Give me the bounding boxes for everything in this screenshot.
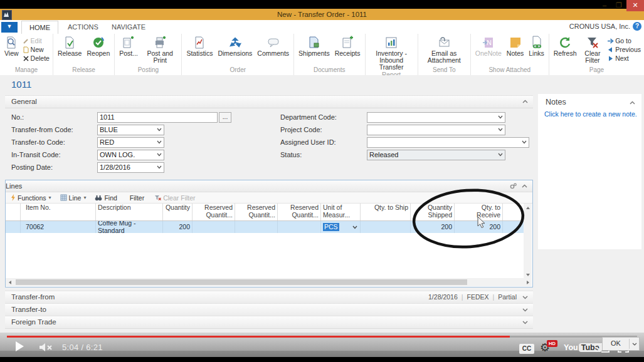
cell-qty-to-receive[interactable]: 200 xyxy=(455,221,503,233)
column-header[interactable]: Qty. to Receive xyxy=(455,204,503,220)
onenote-button[interactable]: N OneNote xyxy=(473,35,504,58)
transfer-to-code-field[interactable]: RED xyxy=(97,137,164,148)
new-button[interactable]: New xyxy=(23,45,50,54)
collapse-chevron-icon[interactable] xyxy=(522,100,528,103)
table-row[interactable]: 70062 Coffee Mug - Standard 200 PCS 200 … xyxy=(6,221,524,233)
view-button[interactable]: View xyxy=(2,35,21,58)
fasttab-lines-header[interactable]: Lines xyxy=(6,180,532,192)
line-menu[interactable]: Line▾ xyxy=(60,194,87,202)
scroll-right-arrow[interactable] xyxy=(524,278,532,286)
statistics-button[interactable]: Statistics xyxy=(184,35,215,58)
no-field[interactable]: 1011 xyxy=(97,112,218,123)
collapse-chevron-icon[interactable] xyxy=(630,101,635,105)
notes-button[interactable]: Notes xyxy=(504,35,526,58)
dropdown-arrow-icon[interactable] xyxy=(522,140,527,144)
fasttab-transfer-to[interactable]: Transfer-to xyxy=(5,303,533,316)
expand-chevron-icon[interactable] xyxy=(522,321,528,324)
dropdown-arrow-icon[interactable] xyxy=(157,140,162,144)
create-note-link[interactable]: Click here to create a new note. xyxy=(544,110,637,118)
assist-edit-button[interactable]: ... xyxy=(219,112,231,123)
window-titlebar[interactable]: New - Transfer Order - 1011 xyxy=(0,9,644,20)
dropdown-arrow-icon[interactable] xyxy=(157,165,162,169)
column-header[interactable]: Reserved Quantit... xyxy=(278,204,321,220)
ok-dropdown-arrow-icon[interactable] xyxy=(632,343,637,346)
filter-button[interactable]: Filter xyxy=(130,194,144,202)
department-code-field[interactable] xyxy=(367,112,505,123)
app-menu-button[interactable]: ▼ xyxy=(1,22,18,33)
links-button[interactable]: Links xyxy=(526,35,547,58)
next-button[interactable]: Next xyxy=(607,54,641,63)
cell-quantity[interactable]: 200 xyxy=(163,221,193,233)
refresh-button[interactable]: Refresh xyxy=(551,35,579,58)
fasttab-foreign-trade[interactable]: Foreign Trade xyxy=(5,316,533,329)
cell-unit-of-measure[interactable]: PCS xyxy=(321,221,361,233)
cell-qty-to-ship[interactable] xyxy=(361,221,411,233)
play-button[interactable] xyxy=(16,341,24,351)
help-icon[interactable]: ? xyxy=(633,22,641,31)
clear-filter-toolbar-button[interactable]: Clear Filter xyxy=(154,194,195,202)
expand-chevron-icon[interactable] xyxy=(522,296,528,299)
release-button[interactable]: Release xyxy=(55,35,85,58)
dropdown-arrow-icon[interactable] xyxy=(157,153,162,157)
dropdown-arrow-icon[interactable] xyxy=(498,153,503,157)
scrollbar-thumb[interactable] xyxy=(16,279,467,285)
dropdown-arrow-icon[interactable] xyxy=(352,225,357,229)
minimize-button[interactable]: – xyxy=(598,0,611,11)
column-header[interactable]: Reserved Quantit... xyxy=(193,204,235,220)
scroll-left-arrow[interactable] xyxy=(6,278,14,286)
column-header[interactable]: Quantity Shipped xyxy=(411,204,455,220)
assigned-user-id-field[interactable] xyxy=(367,137,529,148)
project-code-field[interactable] xyxy=(367,125,505,135)
fasttab-general-header[interactable]: General xyxy=(5,95,533,108)
restore-button[interactable]: ❐ xyxy=(612,0,626,11)
reopen-button[interactable]: Reopen xyxy=(84,35,112,58)
in-transit-code-field[interactable]: OWN LOG. xyxy=(97,150,164,160)
unit-selected-value[interactable]: PCS xyxy=(323,223,339,231)
close-button[interactable]: ✕ xyxy=(626,0,644,11)
dropdown-arrow-icon[interactable] xyxy=(498,115,503,119)
cell-reserved-1[interactable] xyxy=(193,221,235,233)
vertical-scrollbar[interactable] xyxy=(524,204,532,279)
shipments-button[interactable]: Shipments xyxy=(296,35,332,58)
column-header[interactable]: Reserved Quantit... xyxy=(235,204,278,220)
go-to-button[interactable]: Go to xyxy=(607,36,641,45)
functions-menu[interactable]: Functions▾ xyxy=(11,194,51,202)
expand-chevron-icon[interactable] xyxy=(522,308,528,312)
comments-button[interactable]: Comments xyxy=(255,35,292,58)
column-header[interactable]: Description xyxy=(96,204,163,220)
video-progress-track[interactable] xyxy=(7,336,637,338)
column-header[interactable]: Unit of Measur... xyxy=(321,204,361,220)
column-header[interactable]: Qty. to Ship xyxy=(361,204,411,220)
scroll-up-arrow[interactable] xyxy=(524,204,532,212)
ok-button[interactable]: OK xyxy=(602,337,640,351)
edit-button[interactable]: Edit xyxy=(23,36,50,45)
find-button[interactable]: Find xyxy=(95,194,117,202)
cell-reserved-3[interactable] xyxy=(278,221,321,233)
inventory-inbound-transfer-button[interactable]: Inventory - Inbound Transfer xyxy=(367,35,416,71)
posting-date-field[interactable]: 1/28/2016 xyxy=(97,162,164,173)
post-and-print-button[interactable]: Post and Print xyxy=(140,35,179,65)
cell-item-no[interactable]: 70062 xyxy=(21,221,96,233)
tab-navigate[interactable]: NAVIGATE xyxy=(104,21,153,33)
tab-actions[interactable]: ACTIONS xyxy=(60,21,106,33)
previous-button[interactable]: Previous xyxy=(607,45,641,54)
collapse-chevron-icon[interactable] xyxy=(522,184,527,188)
fasttab-transfer-from[interactable]: Transfer-from 1/28/2016|FEDEX|Partial xyxy=(5,291,533,304)
delete-button[interactable]: Delete xyxy=(23,54,50,63)
clear-filter-button[interactable]: Clear Filter xyxy=(579,35,606,65)
post-button[interactable]: Post... xyxy=(117,35,140,58)
cell-quantity-shipped[interactable]: 200 xyxy=(411,221,455,233)
horizontal-scrollbar[interactable] xyxy=(6,278,532,286)
dropdown-arrow-icon[interactable] xyxy=(498,128,503,132)
closed-captions-button[interactable]: CC xyxy=(519,344,534,354)
row-selector[interactable] xyxy=(6,221,21,233)
tab-home[interactable]: HOME xyxy=(21,21,58,34)
status-field[interactable]: Released xyxy=(367,150,505,160)
volume-muted-icon[interactable] xyxy=(39,343,54,352)
email-as-attachment-button[interactable]: Email as Attachment xyxy=(420,35,468,65)
column-header[interactable]: Quantity xyxy=(163,204,193,220)
receipts-button[interactable]: Receipts xyxy=(332,35,363,58)
cell-reserved-2[interactable] xyxy=(235,221,278,233)
cell-description[interactable]: Coffee Mug - Standard xyxy=(96,221,163,233)
dropdown-arrow-icon[interactable] xyxy=(157,128,162,132)
